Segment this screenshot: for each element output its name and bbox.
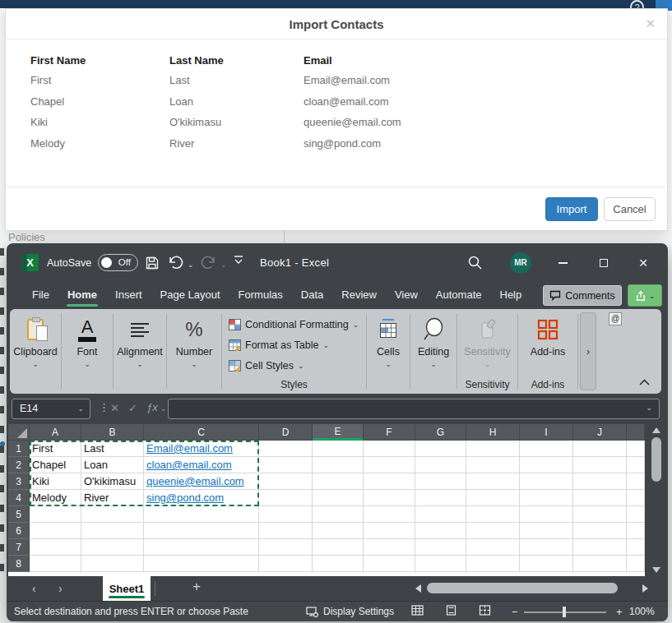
column-header-e[interactable]: E (313, 424, 364, 441)
column-header-h[interactable]: H (466, 424, 520, 441)
row-header-4[interactable]: 4 (8, 490, 30, 506)
grid-cell[interactable] (573, 490, 627, 506)
grid-cell[interactable] (81, 556, 144, 572)
format-as-table-button[interactable]: Format as Table⌄ (229, 335, 366, 355)
grid-cell[interactable] (81, 523, 144, 539)
grid-cell[interactable] (30, 523, 81, 539)
zoom-level[interactable]: 100% (629, 606, 655, 617)
menu-tab-formulas[interactable]: Formulas (229, 283, 292, 309)
prev-sheet-icon[interactable]: ‹ (32, 582, 36, 595)
undo-dropdown-icon[interactable]: ⌄ (188, 261, 194, 269)
grid-cell[interactable]: Email@email.com (144, 441, 259, 457)
menu-tab-file[interactable]: File (23, 283, 58, 309)
comments-button[interactable]: Comments (543, 285, 622, 306)
grid-cell[interactable] (259, 473, 313, 490)
number-group-button[interactable]: % Number ⌄ (167, 309, 221, 394)
grid-cell[interactable] (313, 556, 364, 572)
grid-cell[interactable] (627, 523, 645, 539)
column-header-f[interactable]: F (364, 424, 415, 441)
grid-cell[interactable] (313, 490, 364, 506)
row-header-3[interactable]: 3 (8, 473, 30, 490)
scroll-up-icon[interactable] (652, 427, 660, 433)
grid-cell[interactable] (627, 539, 645, 556)
grid-cell[interactable]: Loan (81, 457, 144, 473)
row-header-8[interactable]: 8 (8, 556, 30, 572)
menu-tab-automate[interactable]: Automate (427, 283, 491, 309)
grid-cell[interactable] (415, 441, 466, 457)
row-header-2[interactable]: 2 (8, 457, 30, 473)
conditional-formatting-button[interactable]: Conditional Formatting⌄ (229, 314, 366, 335)
normal-view-icon[interactable] (411, 605, 424, 618)
grid-cell[interactable] (520, 539, 573, 556)
grid-cell[interactable] (573, 473, 627, 490)
page-layout-view-icon[interactable] (445, 605, 457, 618)
menu-tab-review[interactable]: Review (332, 283, 386, 309)
zoom-out-button[interactable]: − (512, 606, 518, 618)
grid-cell[interactable] (520, 523, 573, 539)
expand-formula-bar-icon[interactable]: ⌄ (646, 404, 652, 412)
menu-tab-home[interactable]: Home (58, 283, 106, 309)
grid-cell[interactable] (313, 506, 364, 523)
horizontal-scrollbar[interactable] (415, 581, 650, 596)
grid-cell[interactable] (364, 441, 415, 457)
grid-cell[interactable] (81, 506, 144, 523)
undo-icon[interactable] (168, 256, 183, 273)
grid-cell[interactable]: O'kikimasu (81, 473, 144, 490)
grid-cell[interactable] (466, 539, 520, 556)
grid-cell[interactable] (466, 523, 520, 539)
editing-group-button[interactable]: Editing ⌄ (410, 309, 456, 394)
grid-cell[interactable] (520, 506, 573, 523)
scroll-right-icon[interactable] (642, 584, 648, 593)
column-header-j[interactable]: J (573, 424, 627, 441)
menu-tab-help[interactable]: Help (491, 283, 531, 309)
grid-cell[interactable] (415, 539, 466, 556)
maximize-button[interactable] (586, 243, 622, 283)
grid-cell[interactable] (364, 457, 415, 473)
grid-cell[interactable] (627, 441, 645, 457)
display-settings-button[interactable]: Display Settings (306, 606, 394, 617)
column-header-i[interactable]: I (520, 424, 573, 441)
cells-group-button[interactable]: Cells ⌄ (367, 309, 410, 394)
grid-cell[interactable] (627, 490, 645, 506)
zoom-in-button[interactable]: + (616, 606, 623, 618)
grid-cell[interactable] (259, 506, 313, 523)
column-header-g[interactable]: G (415, 424, 466, 441)
row-header-5[interactable]: 5 (8, 506, 30, 523)
alignment-group-button[interactable]: Alignment ⌄ (114, 309, 166, 394)
grid-cell[interactable] (573, 441, 627, 457)
menu-tab-insert[interactable]: Insert (106, 283, 151, 309)
grid-cell[interactable] (144, 556, 259, 572)
clipboard-group-button[interactable]: Clipboard ⌄ (10, 309, 61, 394)
cell-styles-button[interactable]: Cell Styles⌄ (229, 355, 366, 376)
grid-cell[interactable]: Last (81, 441, 144, 457)
select-all-corner[interactable] (8, 424, 30, 441)
grid-cell[interactable] (313, 539, 364, 556)
grid-cell[interactable] (520, 490, 573, 506)
grid-cell[interactable]: River (81, 490, 144, 506)
menu-tab-view[interactable]: View (386, 283, 427, 309)
search-icon[interactable] (467, 255, 483, 274)
grid-cell[interactable] (144, 539, 259, 556)
scroll-left-icon[interactable] (415, 584, 421, 593)
grid-cell[interactable] (259, 539, 313, 556)
row-header-7[interactable]: 7 (8, 539, 30, 556)
grid-cell[interactable] (573, 556, 627, 572)
grid-cell[interactable] (573, 523, 627, 539)
grid-cell[interactable] (259, 556, 313, 572)
collapse-ribbon-icon[interactable] (639, 374, 650, 389)
excel-logo-icon[interactable]: X (21, 254, 39, 271)
grid-cell[interactable] (573, 457, 627, 473)
window-close-button[interactable]: ✕ (625, 243, 661, 283)
grid-cell[interactable] (520, 457, 573, 473)
grid-cell[interactable] (415, 490, 466, 506)
grid-cell[interactable] (573, 506, 627, 523)
avatar[interactable]: MR (510, 252, 531, 274)
grid-cell[interactable] (259, 457, 313, 473)
font-group-button[interactable]: A Font ⌄ (62, 309, 113, 394)
grid-cell[interactable] (520, 441, 573, 457)
grid-cell[interactable] (466, 556, 520, 572)
grid-cell[interactable] (364, 506, 415, 523)
zoom-slider-thumb[interactable] (563, 607, 566, 617)
cancel-button[interactable]: Cancel (604, 197, 656, 221)
grid-cell[interactable] (313, 441, 364, 457)
